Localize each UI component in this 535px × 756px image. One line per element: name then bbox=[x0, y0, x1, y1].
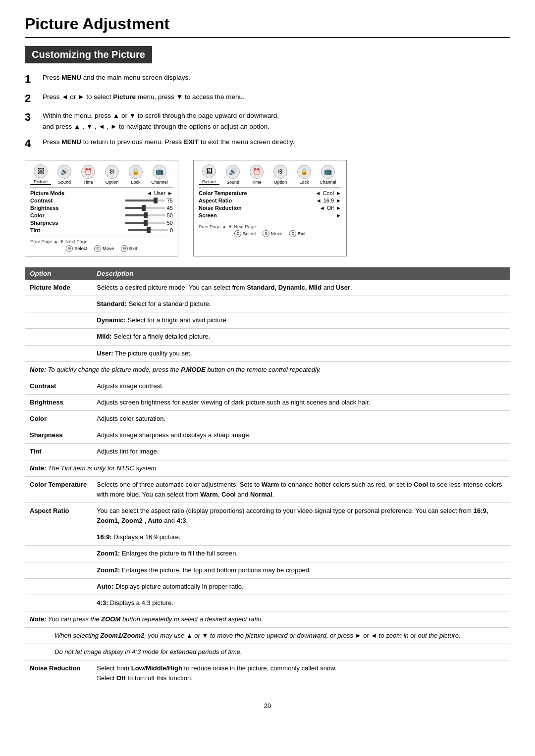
exit-btn-right: ⊙ Exit bbox=[289, 230, 305, 237]
menu-row-tint: Tint 0 bbox=[30, 227, 173, 234]
step-1: 1 Press MENU and the main menu screen di… bbox=[25, 72, 510, 87]
desc-tint: Adjusts tint for image. bbox=[92, 444, 510, 460]
step-4: 4 Press MENU to return to previous menu.… bbox=[25, 137, 510, 151]
select-circle-right: ⊙ bbox=[234, 230, 241, 237]
desc-mild: Mild: Select for a finely detailed pictu… bbox=[92, 329, 510, 345]
note-aspect-ratio-1: Note: You can press the ZOOM button repe… bbox=[25, 611, 510, 627]
left-arrow-aspect-ratio: ◄ bbox=[316, 198, 321, 203]
exit-btn-left: ⊙ Exit bbox=[121, 245, 137, 252]
table-row: User: The picture quality you set. bbox=[25, 345, 510, 361]
step-2-num: 2 bbox=[25, 92, 43, 106]
desc-picture-mode: Selects a desired picture mode. You can … bbox=[92, 280, 510, 296]
menu-screenshots: 🖼 Picture 🔊 Sound ⏰ Time ⚙ Option 🔒 Lock… bbox=[25, 160, 510, 256]
menu-row-brightness: Brightness 45 bbox=[30, 204, 173, 212]
menu-footer-buttons-right: ⊙ Select ⊙ Move ⊙ Exit bbox=[199, 230, 341, 237]
time-icon-right: ⏰ bbox=[250, 165, 264, 179]
menu-value-sharpness: 50 bbox=[125, 220, 173, 226]
channel-icon-right: 📺 bbox=[321, 165, 335, 179]
table-row: 16:9: Displays a 16:9 picture. bbox=[25, 529, 510, 546]
menu-icons-right: 🖼 Picture 🔊 Sound ⏰ Time ⚙ Option 🔒 Lock… bbox=[199, 164, 341, 188]
note-aspect-ratio-3: Do not let image display in 4:3 mode for… bbox=[25, 644, 510, 660]
select-circle-left: ⊙ bbox=[66, 245, 73, 252]
menu-row-screen: Screen ► bbox=[199, 212, 341, 219]
option-brightness: Brightness bbox=[25, 394, 92, 410]
desc-color-temperature: Selects one of three automatic color adj… bbox=[92, 476, 510, 503]
menu-footer-page-left: Prev Page ▲ ▼ Next Page bbox=[30, 239, 87, 244]
picture-mode-value: User bbox=[154, 190, 165, 196]
menu-icon-time-right: ⏰ Time bbox=[246, 165, 267, 185]
sharpness-num: 50 bbox=[167, 220, 173, 226]
brightness-slider bbox=[125, 207, 165, 209]
select-btn-right: ⊙ Select bbox=[234, 230, 256, 237]
table-row: Zoom1: Enlarges the picture to fill the … bbox=[25, 546, 510, 562]
option-picture-mode: Picture Mode bbox=[25, 280, 92, 296]
move-circle-right: ⊙ bbox=[263, 230, 269, 237]
table-header-row: Option Description bbox=[25, 267, 510, 280]
desc-sharpness: Adjusts image sharpness and displays a s… bbox=[92, 427, 510, 444]
option-aspect-ratio: Aspect Ratio bbox=[25, 503, 92, 529]
table-row-note: Note: You can press the ZOOM button repe… bbox=[25, 611, 510, 627]
options-table: Option Description Picture Mode Selects … bbox=[25, 267, 510, 687]
picture-icon-right: 🖼 bbox=[202, 164, 216, 178]
desc-aspect-ratio: You can select the aspect ratio (display… bbox=[92, 503, 510, 529]
sharpness-slider bbox=[125, 222, 165, 224]
table-row: Brightness Adjusts screen brightness for… bbox=[25, 394, 510, 410]
channel-icon-left: 📺 bbox=[153, 165, 166, 179]
menu-row-color: Color 50 bbox=[30, 212, 173, 219]
note-aspect-ratio-2: When selecting Zoom1/Zoom2, you may use … bbox=[25, 628, 510, 644]
desc-zoom2: Zoom2: Enlarges the picture, the top and… bbox=[92, 562, 510, 578]
desc-zoom1: Zoom1: Enlarges the picture to fill the … bbox=[92, 546, 510, 562]
left-arrow-noise-reduction: ◄ bbox=[320, 205, 325, 211]
menu-footer-page-right: Prev Page ▲ ▼ Next Page bbox=[199, 224, 256, 229]
table-row: Noise Reduction Select from Low/Middle/H… bbox=[25, 660, 510, 687]
menu-label-aspect-ratio: Aspect Ratio bbox=[199, 198, 238, 203]
table-row-note: When selecting Zoom1/Zoom2, you may use … bbox=[25, 628, 510, 644]
menu-footer-left: Prev Page ▲ ▼ Next Page bbox=[30, 237, 173, 244]
menu-label-noise-reduction: Noise Reduction bbox=[199, 205, 242, 211]
color-slider bbox=[125, 214, 165, 216]
right-arrow-color-temp: ► bbox=[336, 190, 341, 196]
table-row: 4:3: Displays a 4:3 picture. bbox=[25, 595, 510, 611]
table-row-note: Note: To quickly change the picture mode… bbox=[25, 361, 510, 378]
left-arrow-color-temp: ◄ bbox=[316, 190, 321, 196]
step-1-text: Press MENU and the main menu screen disp… bbox=[43, 72, 190, 83]
menu-value-picture-mode: ◄ User ► bbox=[147, 190, 173, 196]
page-number: 20 bbox=[25, 702, 510, 709]
table-row: Color Temperature Selects one of three a… bbox=[25, 476, 510, 503]
menu-value-color: 50 bbox=[125, 212, 173, 218]
table-row: Tint Adjusts tint for image. bbox=[25, 444, 510, 460]
lock-icon-right: 🔒 bbox=[297, 165, 311, 179]
table-row: Auto: Displays picture automatically in … bbox=[25, 578, 510, 595]
tint-num: 0 bbox=[170, 227, 173, 233]
sound-icon-right: 🔊 bbox=[226, 165, 240, 179]
table-row: Zoom2: Enlarges the picture, the top and… bbox=[25, 562, 510, 578]
menu-footer-buttons-left: ⊙ Select ⊙ Move ⊙ Exit bbox=[30, 245, 173, 252]
step-4-text: Press MENU to return to previous menu. P… bbox=[43, 137, 294, 148]
menu-value-brightness: 45 bbox=[125, 205, 173, 211]
desc-user: User: The picture quality you set. bbox=[92, 345, 510, 361]
table-row: Color Adjusts color saturation. bbox=[25, 411, 510, 427]
step-4-num: 4 bbox=[25, 137, 43, 151]
option-contrast: Contrast bbox=[25, 378, 92, 394]
steps-container: 1 Press MENU and the main menu screen di… bbox=[25, 72, 510, 151]
menu-row-picture-mode: Picture Mode ◄ User ► bbox=[30, 190, 173, 197]
desc-color: Adjusts color saturation. bbox=[92, 411, 510, 427]
menu-value-tint: 0 bbox=[128, 227, 173, 233]
brightness-num: 45 bbox=[167, 205, 173, 211]
desc-43: 4:3: Displays a 4:3 picture. bbox=[92, 595, 510, 611]
option-noise-reduction: Noise Reduction bbox=[25, 660, 92, 687]
col-description-header: Description bbox=[92, 267, 510, 280]
step-3-text: Within the menu, press ▲ or ▼ to scroll … bbox=[43, 110, 279, 132]
note-tint: Note: The Tint item is only for NTSC sys… bbox=[25, 460, 510, 476]
desc-dynamic: Dynamic: Select for a bright and vivid p… bbox=[92, 312, 510, 329]
move-btn-right: ⊙ Move bbox=[263, 230, 282, 237]
menu-label-picture-mode: Picture Mode bbox=[30, 190, 70, 196]
menu-label-contrast: Contrast bbox=[30, 198, 70, 203]
menu-value-contrast: 75 bbox=[125, 198, 173, 203]
desc-noise-reduction: Select from Low/Middle/High to reduce no… bbox=[92, 660, 510, 687]
table-row: Dynamic: Select for a bright and vivid p… bbox=[25, 312, 510, 329]
menu-box-right: 🖼 Picture 🔊 Sound ⏰ Time ⚙ Option 🔒 Lock… bbox=[193, 160, 347, 256]
menu-row-sharpness: Sharpness 50 bbox=[30, 219, 173, 227]
menu-footer-right: Prev Page ▲ ▼ Next Page bbox=[199, 222, 341, 229]
exit-circle-left: ⊙ bbox=[121, 245, 128, 252]
